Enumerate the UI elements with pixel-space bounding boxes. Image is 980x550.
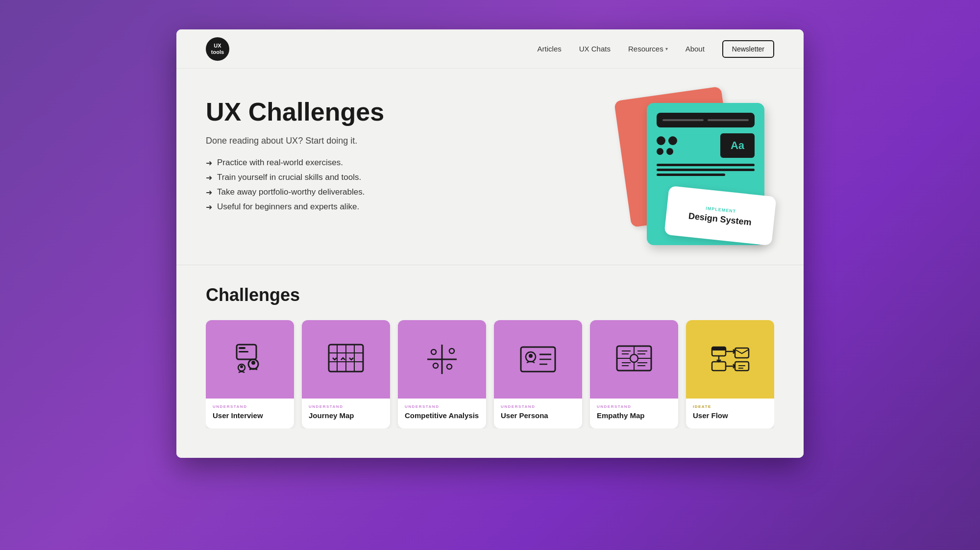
user-interview-icon <box>228 337 272 381</box>
svg-rect-1 <box>239 347 245 349</box>
hero-illustration: ? 👍 <box>608 88 774 240</box>
card-title: User Persona <box>501 411 575 421</box>
bullet-4: ➜ Useful for beginners and experts alike… <box>206 202 500 212</box>
bullet-1: ➜ Practice with real-world exercises. <box>206 158 500 168</box>
svg-point-17 <box>433 363 438 368</box>
competitive-analysis-icon <box>420 337 464 381</box>
user-flow-icon <box>708 337 752 381</box>
card-title: Journey Map <box>309 411 383 421</box>
arrow-icon: ➜ <box>206 188 212 197</box>
hero-title: UX Challenges <box>206 98 500 126</box>
challenges-section: Challenges <box>176 265 804 458</box>
user-persona-icon <box>516 337 560 381</box>
nav-articles[interactable]: Articles <box>538 45 562 53</box>
arrow-icon: ➜ <box>206 202 212 212</box>
card-illustration <box>206 320 294 399</box>
card-title: User Interview <box>213 411 287 421</box>
card-category: UNDERSTAND <box>309 404 383 409</box>
arrow-icon: ➜ <box>206 158 212 168</box>
svg-rect-2 <box>239 351 248 352</box>
journey-map-icon <box>324 337 368 381</box>
card-illustration <box>398 320 486 399</box>
card-illustration <box>686 320 774 399</box>
card-category: UNDERSTAND <box>501 404 575 409</box>
challenge-card-competitive-analysis[interactable]: UNDERSTAND Competitive Analysis <box>398 320 486 428</box>
empathy-map-icon <box>612 337 656 381</box>
card-title: User Flow <box>693 411 767 421</box>
hero-subtitle: Done reading about UX? Start doing it. <box>206 136 500 146</box>
browser-window: UX tools Articles UX Chats Resources ▾ A… <box>176 29 804 458</box>
svg-point-4 <box>251 361 255 365</box>
card-body: UNDERSTAND User Persona <box>494 399 582 428</box>
challenge-card-user-flow[interactable]: IDEATE User Flow <box>686 320 774 428</box>
svg-point-15 <box>431 350 436 354</box>
chevron-down-icon: ▾ <box>665 46 668 51</box>
challenges-heading: Challenges <box>206 285 774 305</box>
svg-point-16 <box>447 364 452 369</box>
card-body: UNDERSTAND Empathy Map <box>590 399 678 428</box>
logo[interactable]: UX tools <box>206 37 229 61</box>
nav-about[interactable]: About <box>686 45 705 53</box>
card-body: IDEATE User Flow <box>686 399 774 428</box>
bullet-3: ➜ Take away portfolio-worthy deliverable… <box>206 187 500 197</box>
challenge-card-empathy-map[interactable]: UNDERSTAND Empathy Map <box>590 320 678 428</box>
design-system-label: Design System <box>688 211 752 227</box>
card-illustration <box>494 320 582 399</box>
challenge-card-user-interview[interactable]: UNDERSTAND User Interview <box>206 320 294 428</box>
card-illustration <box>302 320 390 399</box>
challenges-grid: UNDERSTAND User Interview <box>206 320 774 428</box>
card-category: IDEATE <box>693 404 767 409</box>
svg-point-21 <box>529 354 533 358</box>
card-body: UNDERSTAND User Interview <box>206 399 294 428</box>
nav-ux-chats[interactable]: UX Chats <box>579 45 611 53</box>
logo-line1: UX <box>214 43 221 49</box>
card-body: UNDERSTAND Journey Map <box>302 399 390 428</box>
card-title: Competitive Analysis <box>405 411 479 421</box>
card-category: UNDERSTAND <box>597 404 671 409</box>
card-category: UNDERSTAND <box>213 404 287 409</box>
navbar: UX tools Articles UX Chats Resources ▾ A… <box>176 29 804 69</box>
card-title: Empathy Map <box>597 411 671 421</box>
logo-line2: tools <box>211 49 224 55</box>
hero-bullets: ➜ Practice with real-world exercises. ➜ … <box>206 158 500 212</box>
bullet-2: ➜ Train yourself in crucial skills and t… <box>206 173 500 182</box>
svg-rect-38 <box>712 347 726 350</box>
challenge-card-journey-map[interactable]: UNDERSTAND Journey Map <box>302 320 390 428</box>
hero-section: UX Challenges Done reading about UX? Sta… <box>176 69 804 265</box>
svg-point-6 <box>240 365 243 368</box>
card-category: UNDERSTAND <box>405 404 479 409</box>
newsletter-button[interactable]: Newsletter <box>722 40 774 58</box>
card-illustration <box>590 320 678 399</box>
svg-rect-39 <box>712 362 726 371</box>
svg-point-28 <box>630 354 638 362</box>
hero-text: UX Challenges Done reading about UX? Sta… <box>206 98 500 217</box>
card-body: UNDERSTAND Competitive Analysis <box>398 399 486 428</box>
challenge-card-user-persona[interactable]: UNDERSTAND User Persona <box>494 320 582 428</box>
nav-links: Articles UX Chats Resources ▾ About News… <box>538 40 774 58</box>
svg-point-18 <box>449 349 454 353</box>
nav-resources[interactable]: Resources ▾ <box>628 45 668 53</box>
arrow-icon: ➜ <box>206 173 212 182</box>
